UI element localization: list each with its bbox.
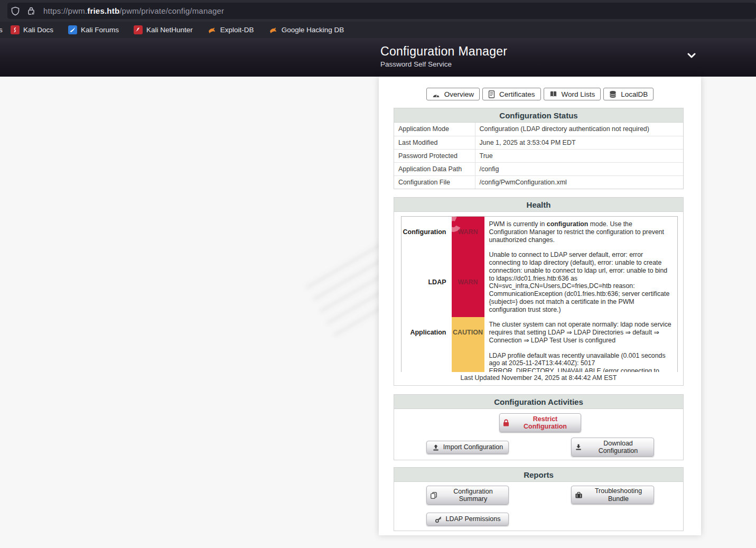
health-table: Configuration WARN PWM is currently in c… xyxy=(401,216,678,372)
health-title: Health xyxy=(394,198,683,212)
status-row-label: Application Mode xyxy=(394,123,475,136)
bookmark-label: Google Hacking DB xyxy=(282,26,344,34)
lock-warning-icon[interactable] xyxy=(23,3,39,19)
app-header: Configuration Manager Password Self Serv… xyxy=(0,38,756,77)
page-subtitle: Password Self Service xyxy=(380,60,507,68)
reports-panel: Reports Configuration Summary Troublesho… xyxy=(394,467,684,531)
configuration-status-title: Configuration Status xyxy=(394,108,683,123)
status-row-label: Configuration File xyxy=(394,175,475,189)
button-label: Import Configuration xyxy=(443,443,503,451)
health-status-badge: WARN xyxy=(452,247,484,317)
bookmark-kali-docs[interactable]: Kali Docs xyxy=(11,25,53,34)
tab-certificates[interactable]: Certificates xyxy=(482,88,541,100)
health-row: Application CAUTION The cluster system c… xyxy=(402,317,678,348)
status-row-label: Last Modified xyxy=(394,136,475,149)
gauge-icon xyxy=(432,91,440,98)
status-row-label: Application Data Path xyxy=(394,162,475,175)
health-message: Unable to connect to LDAP server default… xyxy=(484,247,678,317)
lock-icon xyxy=(503,419,509,426)
status-row-value: June 1, 2025 at 3:53:04 PM EDT xyxy=(475,136,683,149)
health-status-badge: CAUTION xyxy=(452,317,484,348)
button-label: Download Configuration xyxy=(586,440,650,455)
button-label: Configuration Summary xyxy=(441,488,505,503)
health-last-updated: Last Updated November 24, 2025 at 8:44:4… xyxy=(394,372,683,385)
import-configuration-button[interactable]: Import Configuration xyxy=(426,441,509,454)
configuration-status-panel: Configuration Status Application Mode Co… xyxy=(394,108,684,189)
tab-word-lists[interactable]: Word Lists xyxy=(544,88,601,100)
configuration-summary-button[interactable]: Configuration Summary xyxy=(426,486,509,505)
tab-localdb[interactable]: LocalDB xyxy=(603,88,654,100)
status-row-label: Password Protected xyxy=(394,149,475,162)
page-title: Configuration Manager xyxy=(380,44,507,59)
kali-docs-icon xyxy=(11,25,20,34)
book-icon xyxy=(549,90,557,98)
url-bar[interactable]: https://pwm.fries.htb/pwm/private/config… xyxy=(7,3,756,19)
bookmark-google-hacking-db[interactable]: Google Hacking DB xyxy=(269,25,344,34)
tab-overview[interactable]: Overview xyxy=(426,88,480,100)
table-row: Configuration File /config/PwmConfigurat… xyxy=(394,175,683,189)
briefcase-icon xyxy=(575,491,583,499)
health-topic: LDAP xyxy=(402,247,452,317)
url-domain: fries.htb xyxy=(87,6,119,15)
status-row-value: Configuration (LDAP directory authentica… xyxy=(475,123,683,136)
table-row: Password Protected True xyxy=(394,149,683,162)
bookmarks-bar: s Kali Docs Kali Forums Kali NetHunter E… xyxy=(0,22,756,38)
restrict-configuration-button[interactable]: Restrict Configuration xyxy=(499,413,581,432)
health-row: LDAP WARN Unable to connect to LDAP serv… xyxy=(402,247,678,317)
url-text: https://pwm.fries.htb/pwm/private/config… xyxy=(43,6,224,15)
status-row-value: True xyxy=(475,149,683,162)
browser-toolbar: https://pwm.fries.htb/pwm/private/config… xyxy=(0,0,756,22)
tab-label: LocalDB xyxy=(621,90,648,98)
google-hacking-db-icon xyxy=(269,25,278,34)
bookmark-kali-nethunter[interactable]: Kali NetHunter xyxy=(134,25,193,34)
kali-nethunter-icon xyxy=(134,25,143,34)
status-row-value: /config xyxy=(475,162,683,175)
url-path: /pwm/private/config/manager xyxy=(119,6,224,15)
shield-icon[interactable] xyxy=(7,3,23,19)
troubleshooting-bundle-button[interactable]: Troubleshooting Bundle xyxy=(571,486,654,504)
certificate-icon xyxy=(488,90,495,98)
table-row: Last Modified June 1, 2025 at 3:53:04 PM… xyxy=(394,136,683,149)
manager-tabs: Overview Certificates Word Lists LocalDB xyxy=(379,88,701,100)
health-status-badge: CAUTION xyxy=(452,348,484,373)
configuration-status-table: Application Mode Configuration (LDAP dir… xyxy=(394,123,683,189)
status-row-value: /config/PwmConfiguration.xml xyxy=(475,175,683,189)
kali-forums-icon xyxy=(68,25,77,34)
ldap-permissions-button[interactable]: LDAP Permissions xyxy=(426,513,509,526)
health-message-bold: configuration xyxy=(547,220,589,228)
bookmark-cutoff-label[interactable]: s xyxy=(0,26,6,34)
health-status-badge: WARN xyxy=(452,217,484,248)
bookmark-label: Kali NetHunter xyxy=(146,26,193,34)
button-label: Troubleshooting Bundle xyxy=(586,487,650,503)
chevron-down-icon[interactable] xyxy=(687,51,697,59)
reports-title: Reports xyxy=(394,468,683,482)
table-row: Application Data Path /config xyxy=(394,162,683,175)
configuration-activities-title: Configuration Activities xyxy=(394,395,683,409)
health-message: The cluster system can not operate norma… xyxy=(484,317,678,348)
health-topic: Configuration xyxy=(402,217,452,248)
health-topic: Application xyxy=(402,317,452,348)
database-icon xyxy=(609,90,617,98)
upload-icon xyxy=(432,444,440,451)
button-label: Restrict Configuration xyxy=(513,415,577,431)
download-configuration-button[interactable]: Download Configuration xyxy=(571,438,654,457)
health-message: LDAP profile default was recently unavai… xyxy=(484,348,678,373)
download-icon xyxy=(575,443,582,451)
exploit-db-icon xyxy=(208,25,217,34)
health-scroll-area[interactable]: Configuration WARN PWM is currently in c… xyxy=(394,212,683,372)
bookmark-kali-forums[interactable]: Kali Forums xyxy=(68,25,119,34)
health-message-text: PWM is currently in xyxy=(489,220,547,228)
bookmark-exploit-db[interactable]: Exploit-DB xyxy=(208,25,254,34)
bookmark-label: Exploit-DB xyxy=(220,26,254,34)
health-panel: Health Configuration WARN PWM is current… xyxy=(394,197,684,386)
health-row: Configuration WARN PWM is currently in c… xyxy=(402,217,678,248)
bookmark-label: Kali Docs xyxy=(23,26,53,34)
health-message: PWM is currently in configuration mode. … xyxy=(484,217,678,248)
health-row: LDAP CAUTION LDAP profile default was re… xyxy=(402,348,678,373)
tab-label: Overview xyxy=(444,90,474,98)
tab-label: Certificates xyxy=(499,90,535,98)
button-label: LDAP Permissions xyxy=(446,515,501,523)
configuration-activities-panel: Configuration Activities Restrict Config… xyxy=(394,394,684,460)
bookmark-label: Kali Forums xyxy=(81,26,119,34)
url-prefix: https://pwm. xyxy=(43,6,87,15)
